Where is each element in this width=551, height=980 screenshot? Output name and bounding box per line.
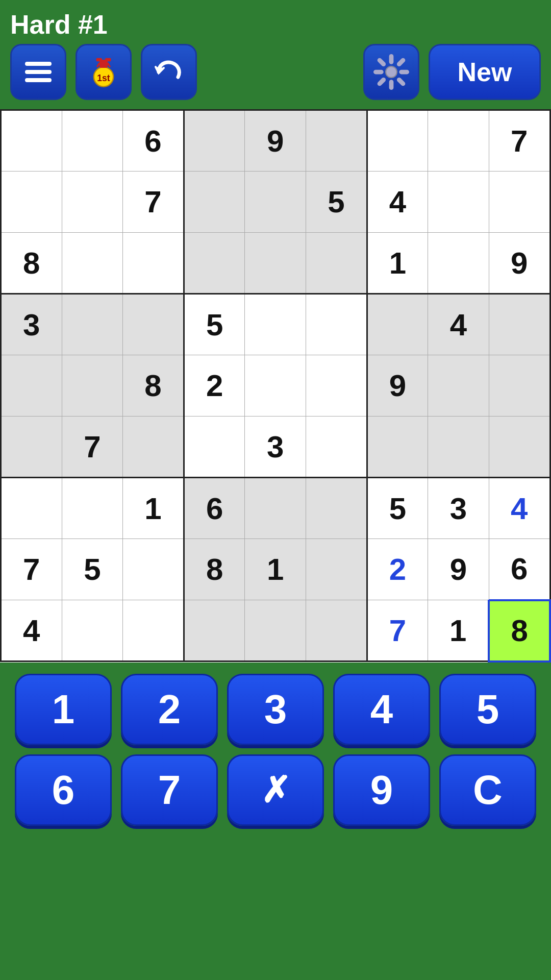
- cell-5-4[interactable]: 3: [245, 416, 306, 478]
- cell-3-0[interactable]: 3: [1, 294, 62, 355]
- cell-6-5[interactable]: [306, 478, 367, 539]
- cell-0-3[interactable]: [184, 110, 245, 172]
- cell-8-5[interactable]: [306, 600, 367, 662]
- cell-5-8[interactable]: [489, 416, 550, 478]
- menu-button[interactable]: [10, 44, 66, 100]
- cell-1-4[interactable]: [245, 172, 306, 233]
- cell-4-8[interactable]: [489, 355, 550, 416]
- cell-4-1[interactable]: [62, 355, 123, 416]
- num-btn-1[interactable]: 1: [15, 674, 112, 745]
- cell-7-2[interactable]: [123, 539, 184, 600]
- cell-7-5[interactable]: [306, 539, 367, 600]
- cell-7-3[interactable]: 8: [184, 539, 245, 600]
- cell-2-8[interactable]: 9: [489, 233, 550, 294]
- num-btn-6[interactable]: 6: [15, 754, 112, 826]
- cell-3-4[interactable]: [245, 294, 306, 355]
- cell-5-5[interactable]: [306, 416, 367, 478]
- cell-6-6[interactable]: 5: [367, 478, 428, 539]
- new-button[interactable]: New: [429, 44, 541, 100]
- cell-8-7[interactable]: 1: [428, 600, 489, 662]
- cell-1-8[interactable]: [489, 172, 550, 233]
- cell-1-2[interactable]: 7: [123, 172, 184, 233]
- num-btn-2[interactable]: 2: [121, 674, 218, 745]
- cell-6-0[interactable]: [1, 478, 62, 539]
- cell-7-4[interactable]: 1: [245, 539, 306, 600]
- cell-3-3[interactable]: 5: [184, 294, 245, 355]
- num-btn-4[interactable]: 4: [333, 674, 430, 745]
- cell-3-6[interactable]: [367, 294, 428, 355]
- cell-5-6[interactable]: [367, 416, 428, 478]
- num-btn-7[interactable]: 7: [121, 754, 218, 826]
- num-btn-erase[interactable]: ✗: [227, 754, 324, 826]
- cell-0-4[interactable]: 9: [245, 110, 306, 172]
- num-btn-clear[interactable]: C: [439, 754, 536, 826]
- cell-0-5[interactable]: [306, 110, 367, 172]
- cell-6-8[interactable]: 4: [489, 478, 550, 539]
- cell-2-0[interactable]: 8: [1, 233, 62, 294]
- cell-8-3[interactable]: [184, 600, 245, 662]
- cell-4-3[interactable]: 2: [184, 355, 245, 416]
- cell-6-3[interactable]: 6: [184, 478, 245, 539]
- cell-1-6[interactable]: 4: [367, 172, 428, 233]
- cell-2-2[interactable]: [123, 233, 184, 294]
- cell-0-8[interactable]: 7: [489, 110, 550, 172]
- svg-rect-0: [25, 62, 52, 66]
- cell-6-2[interactable]: 1: [123, 478, 184, 539]
- cell-4-6[interactable]: 9: [367, 355, 428, 416]
- cell-8-0[interactable]: 4: [1, 600, 62, 662]
- cell-1-7[interactable]: [428, 172, 489, 233]
- cell-7-8[interactable]: 6: [489, 539, 550, 600]
- cell-4-2[interactable]: 8: [123, 355, 184, 416]
- cell-0-7[interactable]: [428, 110, 489, 172]
- cell-5-3[interactable]: [184, 416, 245, 478]
- cell-2-5[interactable]: [306, 233, 367, 294]
- svg-rect-2: [25, 78, 52, 82]
- num-btn-3[interactable]: 3: [227, 674, 324, 745]
- cell-8-6[interactable]: 7: [367, 600, 428, 662]
- cell-4-0[interactable]: [1, 355, 62, 416]
- cell-4-4[interactable]: [245, 355, 306, 416]
- cell-2-6[interactable]: 1: [367, 233, 428, 294]
- cell-0-1[interactable]: [62, 110, 123, 172]
- trophy-button[interactable]: 1st: [76, 44, 132, 100]
- settings-button[interactable]: [363, 44, 419, 100]
- cell-1-0[interactable]: [1, 172, 62, 233]
- cell-2-3[interactable]: [184, 233, 245, 294]
- cell-7-1[interactable]: 5: [62, 539, 123, 600]
- cell-3-2[interactable]: [123, 294, 184, 355]
- cell-8-8[interactable]: 8: [489, 600, 550, 662]
- cell-7-6[interactable]: 2: [367, 539, 428, 600]
- cell-5-1[interactable]: 7: [62, 416, 123, 478]
- undo-button[interactable]: [141, 44, 197, 100]
- svg-line-15: [380, 60, 384, 64]
- cell-1-5[interactable]: 5: [306, 172, 367, 233]
- cell-8-4[interactable]: [245, 600, 306, 662]
- cell-0-0[interactable]: [1, 110, 62, 172]
- cell-5-2[interactable]: [123, 416, 184, 478]
- cell-0-6[interactable]: [367, 110, 428, 172]
- cell-1-3[interactable]: [184, 172, 245, 233]
- cell-2-7[interactable]: [428, 233, 489, 294]
- cell-6-4[interactable]: [245, 478, 306, 539]
- num-btn-9[interactable]: 9: [333, 754, 430, 826]
- cell-3-8[interactable]: [489, 294, 550, 355]
- num-btn-5[interactable]: 5: [439, 674, 536, 745]
- cell-5-7[interactable]: [428, 416, 489, 478]
- cell-2-4[interactable]: [245, 233, 306, 294]
- cell-8-1[interactable]: [62, 600, 123, 662]
- cell-3-5[interactable]: [306, 294, 367, 355]
- header: Hard #1 1st: [0, 0, 551, 109]
- cell-2-1[interactable]: [62, 233, 123, 294]
- cell-6-1[interactable]: [62, 478, 123, 539]
- cell-4-5[interactable]: [306, 355, 367, 416]
- cell-4-7[interactable]: [428, 355, 489, 416]
- cell-7-0[interactable]: 7: [1, 539, 62, 600]
- cell-5-0[interactable]: [1, 416, 62, 478]
- cell-1-1[interactable]: [62, 172, 123, 233]
- cell-8-2[interactable]: [123, 600, 184, 662]
- cell-7-7[interactable]: 9: [428, 539, 489, 600]
- cell-6-7[interactable]: 3: [428, 478, 489, 539]
- cell-3-1[interactable]: [62, 294, 123, 355]
- cell-3-7[interactable]: 4: [428, 294, 489, 355]
- cell-0-2[interactable]: 6: [123, 110, 184, 172]
